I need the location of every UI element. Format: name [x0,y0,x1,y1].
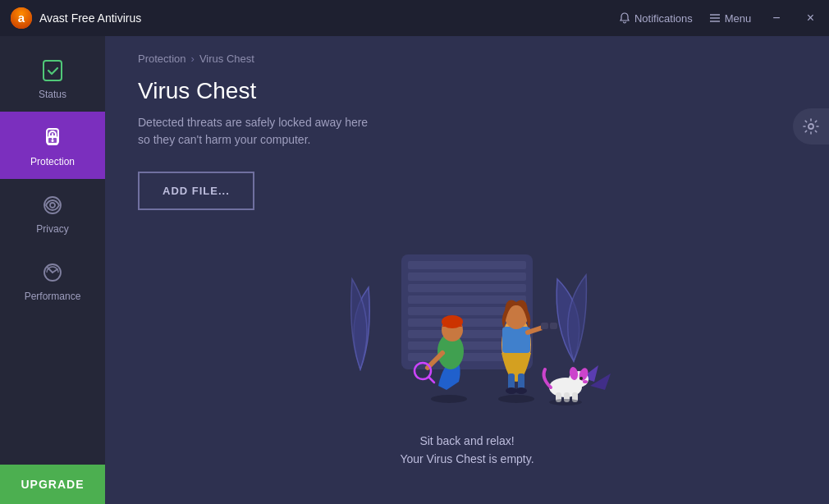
virus-chest-illustration [295,238,639,419]
svg-point-32 [515,387,527,394]
breadcrumb-separator: › [191,53,195,65]
svg-rect-14 [408,261,526,269]
minimize-button[interactable]: − [767,11,785,25]
sidebar: Status Protection [0,36,105,504]
close-button[interactable]: × [802,11,819,25]
breadcrumb: Protection › Virus Chest [138,53,796,65]
breadcrumb-parent: Protection [138,53,186,65]
svg-point-45 [583,380,588,383]
gear-icon [803,118,819,135]
breadcrumb-current: Virus Chest [199,53,254,65]
content-area: Protection › Virus Chest Virus Chest Det… [105,36,829,504]
svg-rect-15 [408,273,526,281]
svg-rect-24 [502,327,530,353]
app-title: Avast Free Antivirus [39,11,141,25]
titlebar: a Avast Free Antivirus Notifications Men… [0,0,829,36]
titlebar-controls: Notifications Menu − × [619,11,819,25]
privacy-icon [39,192,66,218]
page-description: Detected threats are safely locked away … [138,114,796,149]
svg-rect-27 [541,323,548,329]
sidebar-item-privacy[interactable]: Privacy [0,179,105,246]
svg-point-31 [506,387,517,394]
illustration-area: Sit back and relax! Your Virus Chest is … [138,218,796,488]
svg-rect-6 [44,61,62,80]
empty-caption: Sit back and relax! Your Virus Chest is … [400,432,534,469]
svg-point-12 [808,124,813,129]
sidebar-item-status[interactable]: Status [0,44,105,112]
protection-icon [39,125,66,151]
svg-point-38 [431,395,467,403]
settings-gear-button[interactable] [793,108,829,144]
add-file-button[interactable]: ADD FILE... [138,172,254,210]
svg-rect-16 [408,284,526,292]
status-icon [39,57,66,84]
svg-point-44 [579,377,583,380]
menu-button[interactable]: Menu [709,12,752,25]
sidebar-status-label: Status [39,89,66,100]
sidebar-privacy-label: Privacy [36,223,68,235]
sidebar-item-performance[interactable]: Performance [0,246,105,314]
sidebar-item-protection[interactable]: Protection [0,112,105,179]
performance-icon [39,259,66,286]
page-title: Virus Chest [138,78,796,104]
svg-point-39 [498,395,534,403]
svg-point-49 [549,399,582,405]
main-layout: Status Protection [0,36,829,504]
content-inner: Protection › Virus Chest Virus Chest Det… [105,36,829,504]
svg-point-10 [50,203,55,208]
svg-point-9 [52,140,54,142]
app-logo: a Avast Free Antivirus [10,7,141,30]
notifications-button[interactable]: Notifications [619,12,693,25]
svg-point-35 [442,315,463,328]
svg-line-37 [428,377,434,383]
upgrade-button[interactable]: UPGRADE [0,465,105,504]
sidebar-protection-label: Protection [30,156,75,167]
bell-icon [619,12,630,24]
svg-text:a: a [18,11,25,25]
avast-logo-icon: a [10,7,33,30]
illustration [138,238,796,419]
sidebar-performance-label: Performance [25,291,81,302]
menu-icon [709,12,721,24]
svg-rect-28 [550,323,557,329]
